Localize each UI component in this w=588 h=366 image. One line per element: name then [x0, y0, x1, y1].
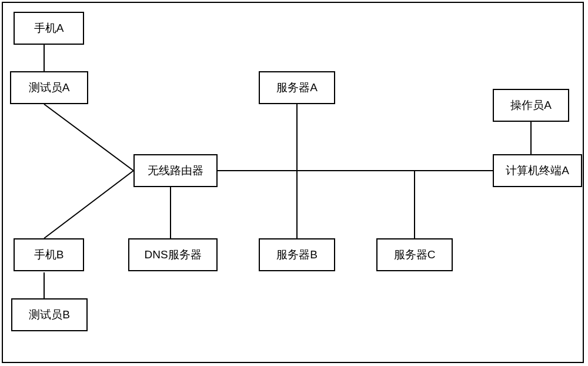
label-terminal-a: 计算机终端A [506, 163, 569, 178]
node-router: 无线路由器 [133, 154, 218, 187]
label-server-a: 服务器A [276, 80, 318, 95]
label-phone-b: 手机B [34, 247, 64, 262]
node-tester-b: 测试员B [11, 298, 88, 331]
label-dns-server: DNS服务器 [144, 247, 201, 262]
label-server-c: 服务器C [394, 247, 436, 262]
node-phone-b: 手机B [14, 238, 84, 271]
label-phone-a: 手机A [34, 21, 64, 36]
node-terminal-a: 计算机终端A [493, 154, 582, 187]
label-server-b: 服务器B [276, 247, 318, 262]
label-operator-a: 操作员A [510, 98, 552, 113]
node-operator-a: 操作员A [493, 89, 569, 122]
node-server-b: 服务器B [259, 238, 335, 271]
svg-line-2 [44, 171, 133, 238]
node-server-a: 服务器A [259, 71, 335, 104]
label-router: 无线路由器 [148, 163, 203, 178]
node-server-c: 服务器C [376, 238, 453, 271]
label-tester-b: 测试员B [29, 307, 70, 322]
node-dns-server: DNS服务器 [128, 238, 218, 271]
node-phone-a: 手机A [14, 12, 84, 45]
label-tester-a: 测试员A [29, 80, 70, 95]
node-tester-a: 测试员A [10, 71, 88, 104]
svg-line-1 [44, 104, 133, 171]
